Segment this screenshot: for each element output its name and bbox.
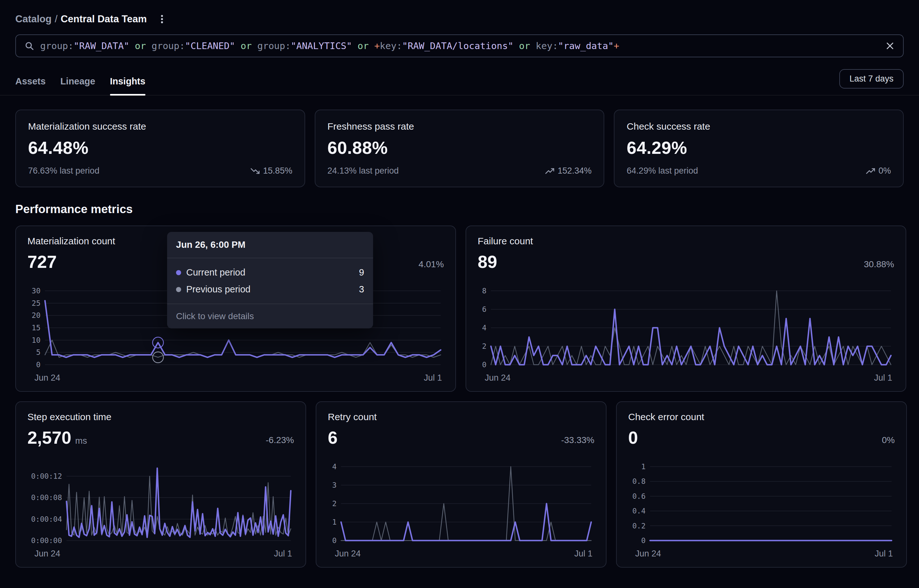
page-title: Central Data Team <box>61 13 147 24</box>
svg-text:6: 6 <box>482 305 486 313</box>
svg-text:30: 30 <box>32 287 41 295</box>
chart-unit: ms <box>75 436 87 446</box>
check-success-rate-card: Check success rate 64.29% 64.29% last pe… <box>614 110 904 187</box>
x-axis-end-label: Jul 1 <box>874 373 892 383</box>
clear-search-icon[interactable] <box>885 41 895 51</box>
step-execution-time-card[interactable]: Step execution time 2,570ms -6.23% 0:00:… <box>15 401 306 568</box>
date-range-button[interactable]: Last 7 days <box>839 69 904 89</box>
trending-up-icon <box>866 166 875 176</box>
breadcrumb-catalog-link[interactable]: Catalog <box>15 13 52 24</box>
tab-insights[interactable]: Insights <box>110 76 146 95</box>
materialization-success-rate-card: Materialization success rate 64.48% 76.6… <box>15 110 305 187</box>
svg-text:0: 0 <box>332 536 337 545</box>
chart-percent: 4.01% <box>419 259 444 272</box>
chart-percent: -33.33% <box>561 435 594 448</box>
search-query-text: group:"RAW_DATA" or group:"CLEANED" or g… <box>40 40 880 51</box>
step-execution-time-chart: 0:00:000:00:040:00:080:00:12 <box>28 462 294 546</box>
tab-bar: Assets Lineage Insights Last 7 days <box>0 66 919 95</box>
tooltip-row-previous: Previous period 3 <box>176 281 364 298</box>
svg-text:1: 1 <box>641 462 646 471</box>
svg-text:0.4: 0.4 <box>632 507 646 515</box>
check-error-count-card[interactable]: Check error count 0 0% 00.20.40.60.81 Ju… <box>616 401 907 568</box>
trend-percent: 152.34% <box>558 166 592 176</box>
card-title: Freshness pass rate <box>327 121 592 132</box>
tab-assets[interactable]: Assets <box>15 76 45 95</box>
svg-text:10: 10 <box>32 336 41 344</box>
svg-text:25: 25 <box>32 299 41 307</box>
last-period-text: 24.13% last period <box>327 166 399 176</box>
chart-value: 6 <box>328 428 338 448</box>
search-icon <box>24 41 34 51</box>
svg-text:0:00:00: 0:00:00 <box>31 536 62 545</box>
chart-percent: 30.88% <box>864 259 894 272</box>
current-period-dot <box>176 270 181 275</box>
breadcrumb: Catalog/Central Data Team <box>15 13 147 25</box>
breadcrumb-separator: / <box>55 13 58 24</box>
card-value: 64.48% <box>28 137 292 158</box>
charts-row-2: Step execution time 2,570ms -6.23% 0:00:… <box>15 401 904 568</box>
chart-value: 727 <box>28 252 57 272</box>
check-error-count-chart: 00.20.40.60.81 <box>628 462 895 546</box>
svg-text:0.2: 0.2 <box>632 522 646 530</box>
svg-text:20: 20 <box>32 311 41 320</box>
chart-title: Check error count <box>628 412 704 422</box>
last-period-text: 64.29% last period <box>627 166 698 176</box>
failure-count-card[interactable]: Failure count 89 30.88% 02468 Jun 24 Jul… <box>465 226 906 392</box>
chart-title: Failure count <box>478 236 533 247</box>
line-chart-svg: 02468 <box>478 286 894 370</box>
trend-percent: 0% <box>878 166 891 176</box>
search-input[interactable]: group:"RAW_DATA" or group:"CLEANED" or g… <box>15 34 904 57</box>
charts-row-1: Materialization count 727 4.01% 05101520… <box>15 226 904 392</box>
svg-text:4: 4 <box>332 462 337 471</box>
page-header: Catalog/Central Data Team <box>0 0 919 26</box>
tooltip-row-label: Previous period <box>186 284 251 295</box>
summary-cards-row: Materialization success rate 64.48% 76.6… <box>0 110 919 187</box>
chart-title: Retry count <box>328 412 377 422</box>
tooltip-row-current: Current period 9 <box>176 264 364 281</box>
trend-percent: 15.85% <box>263 166 292 176</box>
x-axis-start-label: Jun 24 <box>34 373 60 383</box>
tooltip-row-value: 3 <box>359 284 364 295</box>
x-axis-start-label: Jun 24 <box>34 549 60 559</box>
chart-value: 89 <box>478 252 497 272</box>
svg-text:1: 1 <box>332 518 337 526</box>
x-axis-start-label: Jun 24 <box>485 373 511 383</box>
svg-text:4: 4 <box>482 324 486 332</box>
last-period-text: 76.63% last period <box>28 166 99 176</box>
svg-text:0.8: 0.8 <box>632 477 646 485</box>
card-value: 64.29% <box>627 137 891 158</box>
line-chart-svg: 01234 <box>328 462 594 546</box>
x-axis-end-label: Jul 1 <box>274 549 292 559</box>
retry-count-card[interactable]: Retry count 6 -33.33% 01234 Jun 24 Jul 1 <box>316 401 606 568</box>
freshness-pass-rate-card: Freshness pass rate 60.88% 24.13% last p… <box>315 110 605 187</box>
failure-count-chart: 02468 <box>478 286 894 370</box>
svg-text:0:00:08: 0:00:08 <box>31 493 62 502</box>
card-title: Check success rate <box>627 121 891 132</box>
retry-count-chart: 01234 <box>328 462 594 546</box>
x-axis-end-label: Jul 1 <box>424 373 442 383</box>
card-value: 60.88% <box>327 137 592 158</box>
svg-text:0: 0 <box>482 360 486 369</box>
svg-text:0: 0 <box>36 360 41 369</box>
chart-value: 2,570 <box>28 428 71 448</box>
svg-text:3: 3 <box>332 481 337 489</box>
x-axis-start-label: Jun 24 <box>635 549 661 559</box>
chart-title: Materialization count <box>28 236 115 247</box>
chart-title: Step execution time <box>28 412 111 422</box>
svg-text:0:00:04: 0:00:04 <box>31 515 62 523</box>
svg-text:0:00:12: 0:00:12 <box>31 472 62 480</box>
kebab-menu-icon[interactable] <box>155 12 169 26</box>
chart-percent: 0% <box>882 435 895 448</box>
card-title: Materialization success rate <box>28 121 292 132</box>
chart-value: 0 <box>628 428 638 448</box>
svg-text:0.6: 0.6 <box>632 492 646 501</box>
x-axis-end-label: Jul 1 <box>574 549 592 559</box>
svg-text:15: 15 <box>32 324 41 332</box>
previous-period-dot <box>176 287 181 292</box>
svg-text:5: 5 <box>36 348 41 357</box>
tab-lineage[interactable]: Lineage <box>60 76 96 95</box>
svg-text:0: 0 <box>641 536 646 545</box>
line-chart-svg: 0:00:000:00:040:00:080:00:12 <box>28 462 294 546</box>
tooltip-timestamp: Jun 26, 6:00 PM <box>167 232 373 258</box>
section-title-performance-metrics: Performance metrics <box>15 203 904 216</box>
